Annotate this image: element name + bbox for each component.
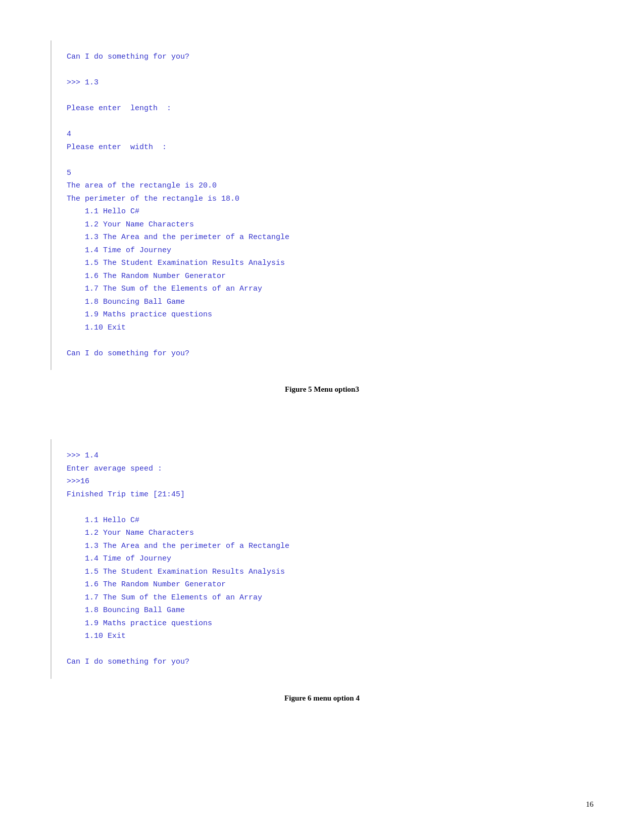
figure6-code-block: >>> 1.4Enter average speed :>>>16Finishe… [51,439,593,679]
code-line: 1.7 The Sum of the Elements of an Array [67,283,578,296]
code-line: 1.7 The Sum of the Elements of an Array [67,591,578,605]
figure5-code-block: Can I do something for you? >>> 1.3 Plea… [51,40,593,370]
code-line: 1.8 Bouncing Ball Game [67,296,578,309]
code-line [67,501,578,514]
code-line: 1.2 Your Name Characters [67,218,578,231]
page-number: 16 [586,800,593,809]
code-line: 5 [67,167,578,180]
code-line: 1.5 The Student Examination Results Anal… [67,566,578,579]
code-line: 1.10 Exit [67,321,578,335]
code-line: Enter average speed : [67,462,578,476]
code-line: Please enter length : [67,102,578,115]
code-line: 1.3 The Area and the perimeter of a Rect… [67,231,578,244]
code-line [67,64,578,77]
page-content: Can I do something for you? >>> 1.3 Plea… [0,0,644,768]
code-line: The area of the rectangle is 20.0 [67,179,578,193]
code-line [67,89,578,103]
code-line: Can I do something for you? [67,656,578,669]
code-line [67,154,578,167]
code-line [67,643,578,656]
code-line: 1.4 Time of Journey [67,552,578,566]
code-line: 1.1 Hello C# [67,205,578,218]
code-line: 1.4 Time of Journey [67,244,578,257]
code-line: 1.9 Maths practice questions [67,308,578,321]
code-line: Please enter width : [67,141,578,154]
code-line: 4 [67,128,578,141]
code-line: >>>16 [67,475,578,488]
code-line: 1.5 The Student Examination Results Anal… [67,257,578,270]
code-line [67,334,578,347]
code-line: 1.1 Hello C# [67,514,578,527]
figure5-caption: Figure 5 Menu option3 [51,385,593,394]
code-line: Finished Trip time [21:45] [67,488,578,501]
code-line: Can I do something for you? [67,51,578,64]
code-line: 1.2 Your Name Characters [67,527,578,540]
code-line: The perimeter of the rectangle is 18.0 [67,193,578,206]
code-line: 1.10 Exit [67,630,578,643]
code-line: 1.9 Maths practice questions [67,617,578,630]
code-line: Can I do something for you? [67,347,578,360]
code-line: >>> 1.3 [67,76,578,89]
code-line: 1.8 Bouncing Ball Game [67,604,578,617]
code-line: 1.6 The Random Number Generator [67,270,578,283]
code-line: 1.3 The Area and the perimeter of a Rect… [67,540,578,553]
code-line [67,115,578,128]
figure6-caption: Figure 6 menu option 4 [51,694,593,703]
code-line: 1.6 The Random Number Generator [67,578,578,591]
code-line: >>> 1.4 [67,449,578,462]
